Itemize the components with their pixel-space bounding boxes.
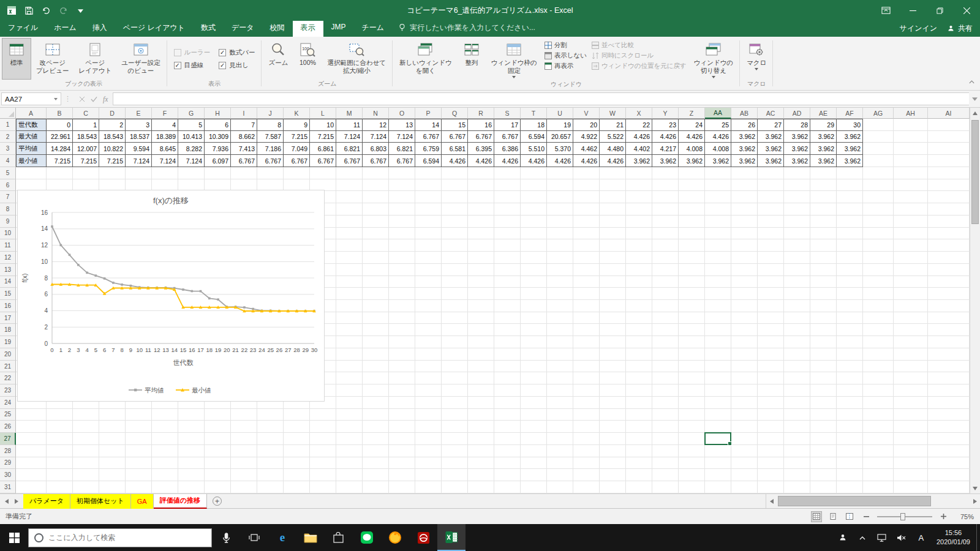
cell[interactable]: 7.587 (257, 131, 284, 143)
cell[interactable] (600, 300, 626, 312)
cell[interactable] (894, 469, 928, 481)
cell[interactable] (415, 312, 442, 324)
ribbon-tab[interactable]: JMP (323, 20, 354, 37)
cell[interactable] (758, 312, 784, 324)
cell[interactable] (521, 228, 547, 240)
cell[interactable] (521, 397, 547, 409)
cell[interactable] (758, 457, 784, 470)
cell[interactable] (863, 155, 894, 167)
cell[interactable]: 7.215 (310, 131, 336, 143)
cell[interactable]: 4.426 (652, 131, 679, 143)
cell[interactable]: 3.962 (705, 155, 731, 167)
hide-button[interactable]: 表示しない (545, 51, 587, 60)
cell[interactable] (810, 348, 837, 361)
cell[interactable] (784, 167, 810, 179)
cell[interactable] (494, 228, 521, 240)
cell[interactable] (652, 469, 679, 481)
cell[interactable] (415, 167, 442, 179)
cell[interactable]: 3.962 (652, 155, 679, 167)
cell[interactable] (126, 409, 152, 421)
cell[interactable] (389, 179, 415, 192)
cell[interactable] (928, 155, 970, 167)
cell[interactable] (784, 324, 810, 336)
cell[interactable] (626, 361, 652, 373)
cell[interactable]: 3.962 (679, 155, 705, 167)
cell[interactable] (152, 409, 178, 421)
row-header[interactable]: 25 (0, 409, 16, 421)
cell[interactable] (863, 119, 894, 131)
cell[interactable] (336, 288, 363, 300)
cell[interactable] (679, 288, 705, 300)
row-header[interactable]: 20 (0, 348, 16, 361)
cell[interactable] (415, 397, 442, 409)
cell[interactable] (178, 433, 205, 445)
cell[interactable] (363, 384, 389, 397)
cell[interactable] (468, 167, 494, 179)
cell[interactable] (494, 264, 521, 276)
cell[interactable] (837, 276, 863, 288)
cell[interactable] (152, 457, 178, 470)
cell[interactable] (837, 203, 863, 216)
cell[interactable] (363, 276, 389, 288)
cell[interactable] (705, 288, 731, 300)
cell[interactable] (442, 179, 468, 192)
cell[interactable] (415, 348, 442, 361)
cell[interactable]: 18.543 (73, 131, 99, 143)
cell[interactable]: 6.767 (336, 155, 363, 167)
cell[interactable] (784, 300, 810, 312)
cell[interactable] (389, 384, 415, 397)
cell[interactable] (810, 276, 837, 288)
cell[interactable] (679, 469, 705, 481)
cell[interactable] (257, 433, 284, 445)
cell[interactable] (705, 324, 731, 336)
enter-icon[interactable] (91, 96, 97, 102)
cell[interactable] (178, 409, 205, 421)
cell[interactable] (705, 361, 731, 373)
cell[interactable] (47, 409, 73, 421)
cell[interactable] (389, 324, 415, 336)
cell[interactable] (363, 336, 389, 348)
cell[interactable] (928, 457, 970, 470)
cell[interactable] (363, 324, 389, 336)
cell[interactable] (810, 191, 837, 203)
cell[interactable] (758, 481, 784, 493)
cell[interactable] (521, 372, 547, 384)
cell[interactable] (626, 324, 652, 336)
row-header[interactable]: 5 (0, 167, 16, 179)
cell[interactable] (336, 167, 363, 179)
cell[interactable] (494, 312, 521, 324)
cell[interactable] (731, 348, 758, 361)
row-header[interactable]: 4 (0, 155, 16, 167)
cell[interactable] (784, 384, 810, 397)
cell[interactable] (573, 252, 600, 264)
scroll-up-arrow[interactable] (970, 108, 980, 118)
cell[interactable] (784, 433, 810, 445)
cell[interactable] (784, 228, 810, 240)
save-icon[interactable] (21, 2, 37, 18)
cell[interactable] (257, 167, 284, 179)
cell[interactable] (442, 312, 468, 324)
cell[interactable] (652, 481, 679, 493)
cell[interactable]: 10.309 (205, 131, 231, 143)
collapse-ribbon-icon[interactable] (968, 76, 975, 87)
normal-view-button[interactable]: 標準 (2, 38, 31, 80)
gridlines-checkbox[interactable]: 目盛線 (174, 61, 211, 70)
cell[interactable] (468, 228, 494, 240)
cell[interactable] (415, 216, 442, 228)
cell[interactable] (573, 433, 600, 445)
cell[interactable] (521, 469, 547, 481)
cell[interactable] (863, 131, 894, 143)
cell[interactable] (784, 264, 810, 276)
cell[interactable] (600, 276, 626, 288)
cell[interactable] (442, 191, 468, 203)
cell[interactable] (521, 191, 547, 203)
row-header[interactable]: 18 (0, 324, 16, 336)
cell[interactable] (600, 312, 626, 324)
cell[interactable] (415, 469, 442, 481)
cell[interactable] (47, 433, 73, 445)
cell[interactable] (731, 481, 758, 493)
sheet-tab[interactable]: GA (131, 494, 154, 509)
cell[interactable] (336, 191, 363, 203)
cell[interactable]: 20 (573, 119, 600, 131)
cell[interactable] (705, 228, 731, 240)
